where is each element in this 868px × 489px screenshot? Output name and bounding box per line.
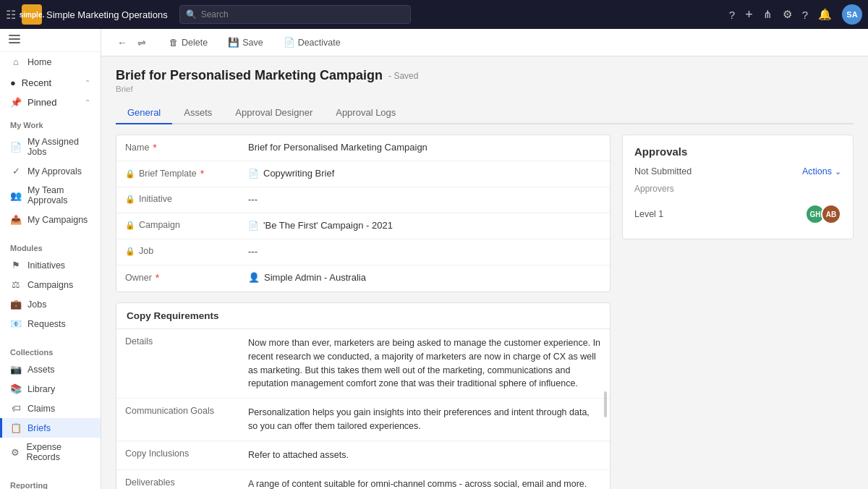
brief-template-label-text: Brief Template	[139, 169, 197, 179]
recent-expand-icon[interactable]: ⌃	[85, 79, 90, 87]
logo-box: simple.	[22, 4, 42, 25]
recent-icon: ●	[10, 77, 16, 88]
collections-title: Collections	[10, 348, 53, 357]
sidebar-item-requests[interactable]: 📧 Requests	[0, 314, 101, 333]
brief-template-value: Copywriting Brief	[263, 168, 334, 179]
label-initiative: 🔒 Initiative	[116, 187, 239, 211]
briefs-icon: 📋	[10, 422, 22, 433]
owner-person-icon: 👤	[248, 272, 260, 283]
owner-value: Simple Admin - Australia	[264, 272, 366, 283]
label-job: 🔒 Job	[116, 239, 239, 263]
pin-icon: 📌	[10, 97, 22, 108]
sidebar-item-home[interactable]: ⌂ Home	[0, 52, 101, 72]
copy-row-deliverables: Deliverables A range of content suitable…	[116, 470, 610, 490]
sidebar-item-my-approvals[interactable]: ✓ My Approvals	[0, 161, 101, 181]
copy-row-copy-inclusions: Copy Inclusions Refer to attached assets…	[116, 441, 610, 470]
communication-goals-label-text: Communication Goals	[125, 406, 214, 416]
my-work-title: My Work	[10, 121, 43, 129]
field-campaign: 🔒 Campaign 📄 'Be The First' Campaign - 2…	[116, 213, 610, 239]
my-campaigns-icon: 📤	[10, 214, 22, 225]
copy-row-communication-goals: Communication Goals Personalization help…	[116, 399, 610, 441]
content-area: ← ⇌ 🗑 Delete 💾 Save 📄 Deactivate Brief f…	[101, 29, 868, 489]
tab-approval-logs[interactable]: Approval Logs	[324, 102, 407, 124]
sidebar-label-recent: Recent	[22, 77, 51, 88]
approval-actions-button[interactable]: Actions ⌄	[802, 166, 841, 177]
tab-approval-designer[interactable]: Approval Designer	[224, 102, 324, 124]
sidebar-recent-header[interactable]: ● Recent ⌃	[0, 72, 101, 91]
page-breadcrumb: Brief	[116, 85, 854, 93]
tab-general[interactable]: General	[116, 102, 172, 124]
job-label-text: Job	[139, 246, 153, 256]
forward-button[interactable]: ⇌	[133, 34, 150, 51]
job-value: ---	[248, 246, 258, 257]
sidebar-item-team-approvals[interactable]: 👥 My Team Approvals	[0, 181, 101, 210]
sidebar-label-briefs: Briefs	[27, 423, 51, 433]
modules-section: Modules ⚑ Initiatives ⚖ Campaigns 💼 Jobs…	[0, 234, 101, 338]
logo-area: simple. Simple Marketing Operations	[22, 4, 168, 25]
copy-req-header: Copy Requirements	[116, 303, 610, 329]
home-icon: ⌂	[10, 56, 22, 67]
sidebar-item-assigned-jobs[interactable]: 📄 My Assigned Jobs	[0, 132, 101, 161]
back-button[interactable]: ←	[113, 34, 132, 51]
apps-icon[interactable]: ☷	[6, 8, 16, 22]
sidebar-item-library[interactable]: 📚 Library	[0, 379, 101, 399]
approvals-panel: Approvals Not Submitted Actions ⌄ Approv…	[622, 135, 854, 489]
my-work-header: My Work	[0, 115, 101, 132]
search-icon: 🔍	[186, 9, 197, 20]
delete-label: Delete	[182, 38, 208, 48]
sidebar-pinned-header[interactable]: 📌 Pinned ⌃	[0, 91, 101, 111]
sidebar-item-campaigns[interactable]: ⚖ Campaigns	[0, 275, 101, 294]
value-campaign[interactable]: 📄 'Be The First' Campaign - 2021	[239, 213, 610, 237]
filter-icon[interactable]: ⋔	[763, 8, 773, 21]
top-navigation: ☷ simple. Simple Marketing Operations 🔍 …	[0, 0, 868, 29]
delete-icon: 🗑	[169, 38, 179, 48]
tab-assets[interactable]: Assets	[172, 102, 224, 124]
initiatives-icon: ⚑	[10, 260, 22, 271]
pinned-expand-icon[interactable]: ⌃	[85, 98, 90, 106]
owner-label-text: Owner	[125, 273, 152, 283]
sidebar-item-briefs[interactable]: 📋 Briefs	[0, 418, 101, 438]
value-owner[interactable]: 👤 Simple Admin - Australia	[239, 265, 610, 289]
name-required-star: *	[153, 142, 156, 153]
value-job[interactable]: ---	[239, 239, 610, 263]
save-button[interactable]: 💾 Save	[221, 34, 271, 51]
deactivate-button[interactable]: 📄 Deactivate	[276, 34, 348, 51]
label-campaign: 🔒 Campaign	[116, 213, 239, 237]
help-icon[interactable]: ?	[802, 9, 808, 21]
settings-icon[interactable]: ⚙	[783, 8, 792, 21]
delete-button[interactable]: 🗑 Delete	[162, 35, 215, 51]
page-tabs: General Assets Approval Designer Approva…	[116, 102, 854, 124]
search-input[interactable]	[201, 9, 404, 20]
approval-actions-label: Actions	[802, 166, 832, 177]
value-initiative[interactable]: ---	[239, 187, 610, 211]
label-owner: Owner *	[116, 265, 239, 290]
plus-icon[interactable]: +	[745, 7, 753, 22]
sidebar-label-campaigns: Campaigns	[27, 280, 73, 290]
reporting-section: Reporting ▤ Dashboards 📊 Reports	[0, 471, 101, 489]
sidebar-item-initiatives[interactable]: ⚑ Initiatives	[0, 255, 101, 275]
sidebar-label-requests: Requests	[27, 319, 66, 329]
sidebar-item-assets[interactable]: 📷 Assets	[0, 360, 101, 379]
value-name[interactable]: Brief for Personalised Marketing Campaig…	[239, 135, 610, 159]
page-title-row: Brief for Personalised Marketing Campaig…	[116, 68, 854, 83]
approvers-label: Approvers	[634, 184, 841, 194]
sidebar-item-jobs[interactable]: 💼 Jobs	[0, 294, 101, 314]
scroll-indicator[interactable]	[604, 391, 607, 417]
user-avatar[interactable]: SA	[842, 4, 862, 25]
reporting-header: Reporting	[0, 475, 101, 489]
campaign-value: 'Be The First' Campaign - 2021	[263, 220, 393, 231]
collections-section: Collections 📷 Assets 📚 Library 🏷 Claims …	[0, 338, 101, 471]
sidebar-item-my-campaigns[interactable]: 📤 My Campaigns	[0, 210, 101, 229]
sidebar-item-claims[interactable]: 🏷 Claims	[0, 399, 101, 418]
svg-rect-2	[9, 42, 20, 43]
copy-value-details: Now more than ever, marketers are being …	[239, 329, 610, 398]
sidebar-toggle[interactable]	[0, 29, 101, 52]
value-brief-template[interactable]: 📄 Copywriting Brief	[239, 161, 610, 185]
sidebar-label-expense-records: Expense Records	[26, 442, 90, 462]
search-box[interactable]: 🔍	[179, 5, 411, 24]
bell-icon[interactable]: 🔔	[818, 8, 832, 21]
sidebar-label-home: Home	[27, 57, 51, 67]
question-icon[interactable]: ?	[729, 9, 735, 21]
name-label-text: Name	[125, 143, 149, 153]
sidebar-item-expense-records[interactable]: ⚙ Expense Records	[0, 438, 101, 467]
